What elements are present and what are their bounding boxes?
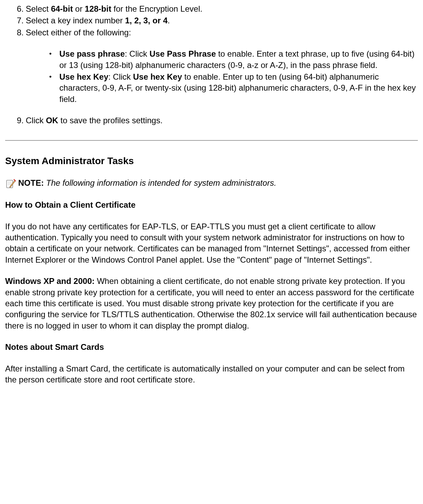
numbered-list: 6. Select 64-bit or 128-bit for the Encr…	[5, 3, 418, 126]
list-text: Select a key index number 1, 2, 3, or 4.	[26, 16, 170, 25]
list-text: Click OK to save the profiles settings.	[26, 116, 163, 125]
subheading: Notes about Smart Cards	[5, 342, 418, 353]
list-number: 8.	[12, 27, 24, 38]
paragraph: After installing a Smart Card, the certi…	[5, 363, 418, 386]
list-text: Use hex Key: Click Use hex Key to enable…	[59, 72, 416, 104]
subheading: How to Obtain a Client Certificate	[5, 199, 418, 210]
list-text: Use pass phrase: Click Use Pass Phrase t…	[59, 49, 414, 69]
note-text: NOTE: The following information is inten…	[18, 177, 276, 188]
note-block: NOTE: The following information is inten…	[5, 177, 418, 189]
section-heading: System Administrator Tasks	[5, 154, 418, 168]
list-item: Use pass phrase: Click Use Pass Phrase t…	[57, 48, 418, 71]
divider	[5, 140, 418, 141]
list-item: 7. Select a key index number 1, 2, 3, or…	[20, 15, 418, 26]
paragraph: Windows XP and 2000: When obtaining a cl…	[5, 276, 418, 331]
note-icon	[5, 178, 16, 189]
list-number: 6.	[12, 3, 24, 14]
list-text: Select 64-bit or 128-bit for the Encrypt…	[26, 4, 202, 13]
bulleted-list: Use pass phrase: Click Use Pass Phrase t…	[26, 48, 418, 105]
list-number: 9.	[12, 115, 24, 126]
list-item: Use hex Key: Click Use hex Key to enable…	[57, 71, 418, 105]
list-number: 7.	[12, 15, 24, 26]
list-text: Select either of the following:	[26, 28, 131, 37]
list-item: 6. Select 64-bit or 128-bit for the Encr…	[20, 3, 418, 14]
list-item: 8. Select either of the following: Use p…	[20, 27, 418, 105]
paragraph: If you do not have any certificates for …	[5, 221, 418, 266]
list-item: 9. Click OK to save the profiles setting…	[20, 115, 418, 126]
